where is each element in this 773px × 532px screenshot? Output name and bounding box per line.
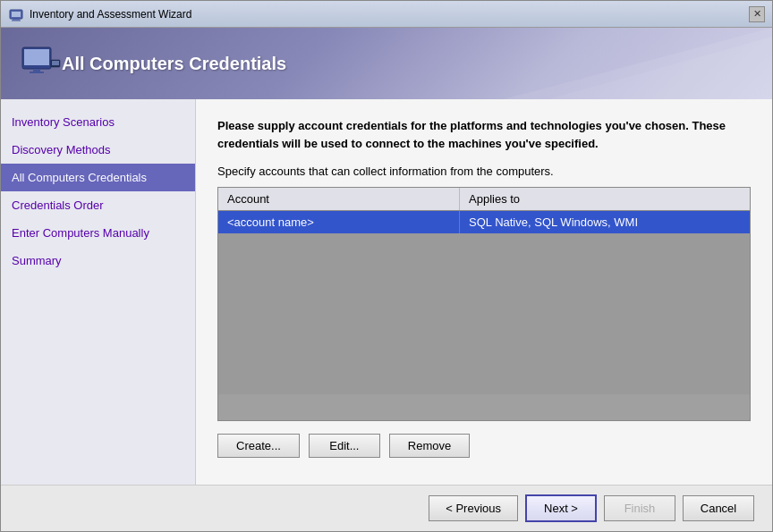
header-icon (19, 42, 62, 85)
cell-applies-to: SQL Native, SQL Windows, WMI (460, 211, 750, 233)
wizard-window: Inventory and Assessment Wizard ✕ All Co… (0, 0, 773, 532)
svg-rect-7 (30, 72, 44, 73)
remove-button[interactable]: Remove (389, 434, 470, 458)
cancel-button[interactable]: Cancel (683, 495, 754, 521)
description-text: Please supply account credentials for th… (217, 117, 751, 152)
title-bar: Inventory and Assessment Wizard ✕ (1, 1, 772, 28)
header-banner: All Computers Credentials (1, 28, 772, 99)
table-empty-area (218, 233, 750, 394)
svg-rect-9 (52, 61, 59, 65)
sidebar-item-summary[interactable]: Summary (1, 247, 195, 274)
table-action-buttons: Create... Edit... Remove (217, 434, 751, 458)
sidebar-item-discovery-methods[interactable]: Discovery Methods (1, 136, 195, 164)
main-area: Inventory Scenarios Discovery Methods Al… (1, 99, 772, 485)
previous-button[interactable]: < Previous (429, 495, 518, 521)
sidebar-item-credentials-order[interactable]: Credentials Order (1, 191, 195, 219)
description-bold: Please supply account credentials for th… (217, 119, 726, 150)
table-row[interactable]: <account name> SQL Native, SQL Windows, … (218, 211, 750, 233)
window-icon (8, 6, 24, 22)
table-header: Account Applies to (218, 188, 750, 211)
finish-button[interactable]: Finish (604, 495, 675, 521)
subtext: Specify accounts that can collect inform… (217, 165, 751, 178)
svg-rect-1 (12, 12, 21, 17)
next-button[interactable]: Next > (525, 494, 597, 522)
close-button[interactable]: ✕ (749, 6, 765, 22)
sidebar-item-all-computers-credentials[interactable]: All Computers Credentials (1, 164, 195, 191)
sidebar-item-enter-computers-manually[interactable]: Enter Computers Manually (1, 219, 195, 247)
edit-button[interactable]: Edit... (309, 434, 380, 458)
credentials-table: Account Applies to <account name> SQL Na… (217, 187, 751, 421)
create-button[interactable]: Create... (217, 434, 300, 458)
content-area: Please supply account credentials for th… (196, 99, 772, 485)
svg-rect-3 (12, 20, 21, 21)
sidebar-item-inventory-scenarios[interactable]: Inventory Scenarios (1, 108, 195, 136)
footer: < Previous Next > Finish Cancel (1, 485, 772, 531)
svg-rect-5 (24, 49, 49, 65)
window-title: Inventory and Assessment Wizard (30, 8, 749, 21)
sidebar: Inventory Scenarios Discovery Methods Al… (1, 99, 196, 485)
column-applies-to: Applies to (460, 188, 750, 210)
svg-rect-2 (13, 19, 20, 21)
cell-account: <account name> (218, 211, 460, 233)
header-title: All Computers Credentials (62, 54, 286, 74)
column-account: Account (218, 188, 460, 210)
